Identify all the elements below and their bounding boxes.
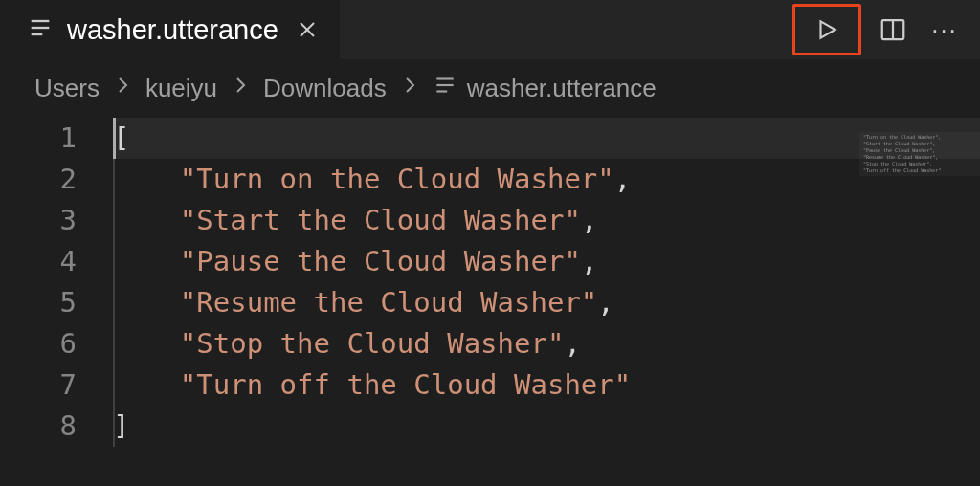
split-editor-button[interactable] [873, 10, 913, 50]
line-number: 8 [0, 406, 77, 447]
code-line: [ [113, 118, 980, 159]
svg-marker-5 [821, 21, 835, 37]
gutter: 12345678 [0, 118, 103, 447]
line-number: 4 [0, 241, 77, 282]
close-tab-button[interactable] [292, 14, 323, 45]
editor-actions: ··· [792, 0, 965, 59]
tab-bar: washer.utterance ··· [0, 0, 980, 59]
code-line: ] [113, 406, 980, 447]
text-cursor [113, 118, 116, 159]
breadcrumb-item[interactable]: Downloads [263, 74, 387, 103]
code-line: "Pause the Cloud Washer", [113, 241, 980, 282]
more-actions-button[interactable]: ··· [924, 10, 965, 50]
breadcrumb-file[interactable]: washer.utterance [433, 73, 657, 104]
chevron-right-icon [398, 74, 421, 103]
code-line: "Turn off the Cloud Washer" [113, 364, 980, 406]
breadcrumb-item[interactable]: kueiyu [145, 74, 217, 103]
code-line: "Start the Cloud Washer", [113, 200, 980, 241]
code-line: "Stop the Cloud Washer", [113, 323, 980, 364]
run-button[interactable] [792, 4, 861, 55]
file-lines-icon [433, 73, 457, 104]
line-number: 3 [0, 200, 77, 241]
breadcrumb-item[interactable]: Users [34, 74, 100, 103]
line-number: 7 [0, 364, 77, 406]
line-number: 6 [0, 323, 77, 364]
breadcrumb-file-label: washer.utterance [467, 74, 657, 103]
file-lines-icon [27, 14, 54, 45]
line-number: 2 [0, 159, 77, 200]
line-number: 1 [0, 118, 77, 159]
chevron-right-icon [111, 74, 134, 103]
code-line: "Resume the Cloud Washer", [113, 282, 980, 323]
indent-guide [113, 118, 115, 447]
minimap[interactable]: "Turn on the Cloud Washer", "Start the C… [859, 132, 980, 176]
code-area[interactable]: [ "Turn on the Cloud Washer", "Start the… [103, 118, 980, 447]
tab-label: washer.utterance [67, 14, 278, 46]
line-number: 5 [0, 282, 77, 323]
chevron-right-icon [229, 74, 252, 103]
code-line: "Turn on the Cloud Washer", [113, 159, 980, 200]
breadcrumbs: Users kueiyu Downloads washer.utterance [0, 59, 980, 118]
active-tab[interactable]: washer.utterance [0, 0, 340, 59]
editor[interactable]: 12345678 [ "Turn on the Cloud Washer", "… [0, 118, 980, 447]
